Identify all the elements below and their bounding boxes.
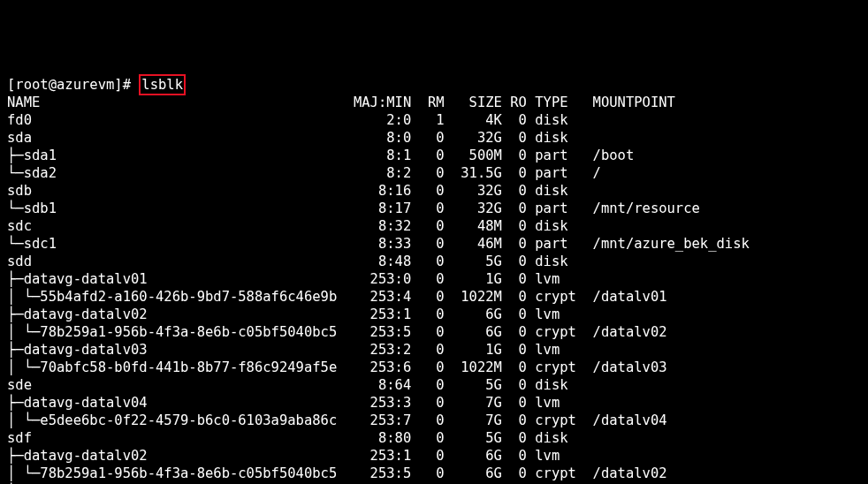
row: ├─sda1 8:1 0 500M 0 part /boot xyxy=(7,147,634,163)
row: │ └─78b259a1-956b-4f3a-8e6b-c05bf5040bc5… xyxy=(7,465,667,481)
row: fd0 2:0 1 4K 0 disk xyxy=(7,112,576,128)
row: └─sdb1 8:17 0 32G 0 part /mnt/resource xyxy=(7,200,700,216)
row: │ └─78b259a1-956b-4f3a-8e6b-c05bf5040bc5… xyxy=(7,324,667,340)
row: ├─datavg-datalv01 253:0 0 1G 0 lvm xyxy=(7,271,576,287)
row: └─sdc1 8:33 0 46M 0 part /mnt/azure_bek_… xyxy=(7,236,750,252)
row: sdc 8:32 0 48M 0 disk xyxy=(7,218,576,234)
row: └─sda2 8:2 0 31.5G 0 part / xyxy=(7,165,601,181)
row: ├─datavg-datalv02 253:1 0 6G 0 lvm xyxy=(7,448,576,464)
header-row: NAME MAJ:MIN RM SIZE RO TYPE MOUNTPOINT xyxy=(7,95,675,110)
row: │ └─70abfc58-b0fd-441b-8b77-f86c9249af5e… xyxy=(7,359,667,375)
row: sdb 8:16 0 32G 0 disk xyxy=(7,183,576,199)
row: sda 8:0 0 32G 0 disk xyxy=(7,130,576,146)
row: sde 8:64 0 5G 0 disk xyxy=(7,377,576,393)
command-highlight: lsblk xyxy=(139,74,186,95)
row: sdd 8:48 0 5G 0 disk xyxy=(7,253,576,269)
row: ├─datavg-datalv04 253:3 0 7G 0 lvm xyxy=(7,395,576,411)
terminal-output: [root@azurevm]# lsblk NAME MAJ:MIN RM SI… xyxy=(7,76,861,484)
prompt: [root@azurevm]# xyxy=(7,77,139,93)
row: sdf 8:80 0 5G 0 disk xyxy=(7,430,576,446)
row: ├─datavg-datalv03 253:2 0 1G 0 lvm xyxy=(7,342,576,358)
row: ├─datavg-datalv02 253:1 0 6G 0 lvm xyxy=(7,306,576,322)
row: │ └─e5dee6bc-0f22-4579-b6c0-6103a9aba86c… xyxy=(7,412,667,428)
row: │ └─55b4afd2-a160-426b-9bd7-588af6c46e9b… xyxy=(7,289,667,305)
